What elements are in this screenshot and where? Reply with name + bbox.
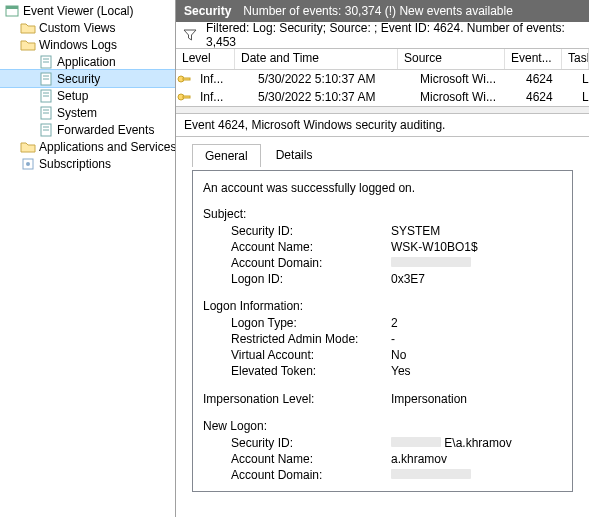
- logon-type-val: 2: [391, 315, 398, 331]
- detail-title: Event 4624, Microsoft Windows security a…: [176, 114, 589, 137]
- tree-application[interactable]: Application: [0, 53, 175, 70]
- security-id-val: SYSTEM: [391, 223, 440, 239]
- account-name-key: Account Name:: [231, 239, 391, 255]
- svg-rect-22: [183, 96, 190, 98]
- tree-label: Windows Logs: [39, 38, 117, 52]
- cell-event: 4624: [520, 72, 576, 86]
- tree-security[interactable]: Security: [0, 70, 175, 87]
- virtual-account-val: No: [391, 347, 406, 363]
- splitter[interactable]: [176, 106, 589, 114]
- svg-point-18: [26, 162, 30, 166]
- security-id-key: Security ID:: [231, 223, 391, 239]
- tree-setup[interactable]: Setup: [0, 87, 175, 104]
- redacted-icon: [391, 469, 471, 479]
- filter-icon: [182, 27, 198, 43]
- tree-label: System: [57, 106, 97, 120]
- impersonation-key: Impersonation Level:: [203, 391, 391, 407]
- event-rows: Inf... 5/30/2022 5:10:37 AM Microsoft Wi…: [176, 70, 589, 106]
- eventviewer-icon: [4, 3, 20, 19]
- nl-acct-val: a.khramov: [391, 451, 447, 467]
- event-row[interactable]: Inf... 5/30/2022 5:10:37 AM Microsoft Wi…: [176, 70, 589, 88]
- tree-custom-views[interactable]: Custom Views: [0, 19, 175, 36]
- cell-source: Microsoft Wi...: [414, 90, 520, 104]
- tab-details[interactable]: Details: [263, 143, 326, 166]
- detail-summary: An account was successfully logged on.: [203, 181, 415, 195]
- cell-level: Inf...: [194, 90, 252, 104]
- folder-icon: [20, 37, 36, 53]
- tree-label: Event Viewer (Local): [23, 4, 134, 18]
- column-headers: Level Date and Time Source Event... Task…: [176, 49, 589, 70]
- tree-forwarded[interactable]: Forwarded Events: [0, 121, 175, 138]
- tree-system[interactable]: System: [0, 104, 175, 121]
- logon-type-key: Logon Type:: [231, 315, 391, 331]
- nl-dom-key: Account Domain:: [231, 467, 391, 483]
- cell-date: 5/30/2022 5:10:37 AM: [252, 72, 414, 86]
- tree-label: Setup: [57, 89, 88, 103]
- elevated-token-val: Yes: [391, 363, 411, 379]
- log-icon: [38, 88, 54, 104]
- cell-task: Logon: [576, 72, 589, 86]
- col-event[interactable]: Event...: [505, 49, 562, 69]
- account-name-val: WSK-W10BO1$: [391, 239, 478, 255]
- tree-label: Security: [57, 72, 100, 86]
- filter-bar: Filtered: Log: Security; Source: ; Event…: [176, 22, 589, 49]
- tree-label: Custom Views: [39, 21, 115, 35]
- key-icon: [176, 89, 192, 105]
- col-source[interactable]: Source: [398, 49, 505, 69]
- redacted-icon: [391, 437, 441, 447]
- tree-label: Subscriptions: [39, 157, 111, 171]
- cell-level: Inf...: [194, 72, 252, 86]
- col-task[interactable]: Task Ca: [562, 49, 589, 69]
- redacted-icon: [391, 257, 471, 267]
- col-date[interactable]: Date and Time: [235, 49, 398, 69]
- logon-info-label: Logon Information:: [203, 299, 562, 313]
- impersonation-val: Impersonation: [391, 391, 467, 407]
- virtual-account-key: Virtual Account:: [231, 347, 391, 363]
- account-domain-key: Account Domain:: [231, 255, 391, 271]
- nl-dom-val: [391, 467, 471, 483]
- detail-panel: An account was successfully logged on. S…: [192, 170, 573, 492]
- svg-rect-20: [183, 78, 190, 80]
- log-count: Number of events: 30,374 (!) New events …: [243, 4, 512, 18]
- nl-sid-key: Security ID:: [231, 435, 391, 451]
- nl-sid-val: E\a.khramov: [391, 435, 512, 451]
- event-row[interactable]: Inf... 5/30/2022 5:10:37 AM Microsoft Wi…: [176, 88, 589, 106]
- tree-apps-services[interactable]: Applications and Services Lo: [0, 138, 175, 155]
- tree-root[interactable]: Event Viewer (Local): [0, 2, 175, 19]
- subject-label: Subject:: [203, 207, 562, 221]
- tree-windows-logs[interactable]: Windows Logs: [0, 36, 175, 53]
- folder-icon: [20, 139, 36, 155]
- log-header: Security Number of events: 30,374 (!) Ne…: [176, 0, 589, 22]
- log-icon: [38, 71, 54, 87]
- log-icon: [38, 122, 54, 138]
- detail-tabs: General Details: [176, 137, 589, 166]
- tree-subscriptions[interactable]: Subscriptions: [0, 155, 175, 172]
- col-level[interactable]: Level: [176, 49, 235, 69]
- restricted-admin-val: -: [391, 331, 395, 347]
- tree-label: Forwarded Events: [57, 123, 154, 137]
- nl-acct-key: Account Name:: [231, 451, 391, 467]
- cell-task: Logon: [576, 90, 589, 104]
- log-title: Security: [184, 4, 231, 18]
- cell-source: Microsoft Wi...: [414, 72, 520, 86]
- subscriptions-icon: [20, 156, 36, 172]
- key-icon: [176, 71, 192, 87]
- tree-label: Applications and Services Lo: [39, 140, 176, 154]
- elevated-token-key: Elevated Token:: [231, 363, 391, 379]
- cell-date: 5/30/2022 5:10:37 AM: [252, 90, 414, 104]
- logon-id-key: Logon ID:: [231, 271, 391, 287]
- log-icon: [38, 105, 54, 121]
- folder-icon: [20, 20, 36, 36]
- restricted-admin-key: Restricted Admin Mode:: [231, 331, 391, 347]
- new-logon-label: New Logon:: [203, 419, 562, 433]
- account-domain-val: [391, 255, 471, 271]
- logon-id-val: 0x3E7: [391, 271, 425, 287]
- tab-general[interactable]: General: [192, 144, 261, 167]
- cell-event: 4624: [520, 90, 576, 104]
- navigation-tree: Event Viewer (Local) Custom Views Window…: [0, 0, 176, 517]
- log-icon: [38, 54, 54, 70]
- tree-label: Application: [57, 55, 116, 69]
- svg-rect-1: [6, 6, 18, 9]
- filter-text: Filtered: Log: Security; Source: ; Event…: [206, 21, 583, 49]
